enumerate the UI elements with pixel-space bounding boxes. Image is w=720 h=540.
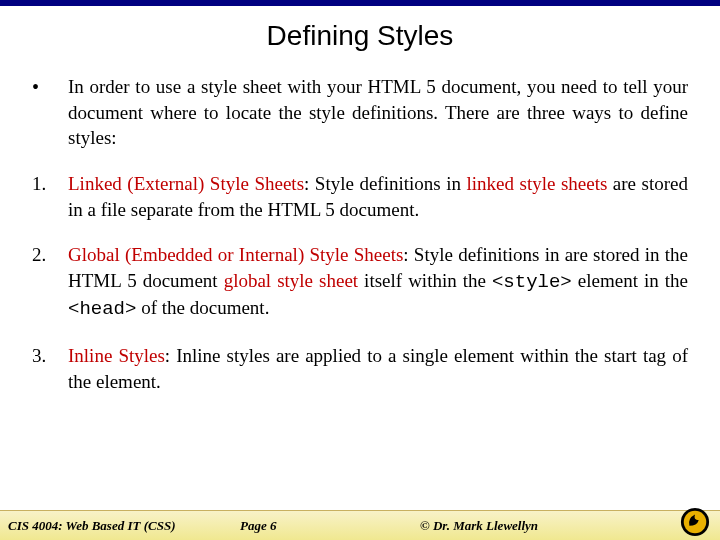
code: <style> xyxy=(492,271,572,293)
item-number: 2. xyxy=(32,242,68,323)
item-lead: Global (Embedded or Internal) Style Shee… xyxy=(68,244,403,265)
red-phrase: linked style sheets xyxy=(467,173,608,194)
top-border-bar xyxy=(0,0,720,6)
txt: itself within the xyxy=(358,270,492,291)
ucf-pegasus-logo-icon xyxy=(680,507,710,537)
item-lead: Linked (External) Style Sheets xyxy=(68,173,304,194)
intro-text: In order to use a style sheet with your … xyxy=(68,74,688,151)
list-item: 1. Linked (External) Style Sheets: Style… xyxy=(32,171,688,222)
slide-body: • In order to use a style sheet with you… xyxy=(0,74,720,394)
slide-footer: CIS 4004: Web Based IT (CSS) Page 6 © Dr… xyxy=(0,510,720,540)
txt: element in the xyxy=(572,270,688,291)
footer-author: © Dr. Mark Llewellyn xyxy=(420,518,720,534)
bullet-mark: • xyxy=(32,74,68,151)
txt: : Style definitions in xyxy=(304,173,466,194)
red-phrase: global style sheet xyxy=(224,270,358,291)
footer-course: CIS 4004: Web Based IT (CSS) xyxy=(0,518,240,534)
item-lead: Inline Styles xyxy=(68,345,165,366)
code: <head> xyxy=(68,298,136,320)
txt: of the document. xyxy=(136,297,269,318)
item-number: 3. xyxy=(32,343,68,394)
slide-title: Defining Styles xyxy=(0,20,720,52)
item-text: Inline Styles: Inline styles are applied… xyxy=(68,343,688,394)
item-number: 1. xyxy=(32,171,68,222)
item-text: Global (Embedded or Internal) Style Shee… xyxy=(68,242,688,323)
footer-page: Page 6 xyxy=(240,518,420,534)
item-text: Linked (External) Style Sheets: Style de… xyxy=(68,171,688,222)
intro-bullet: • In order to use a style sheet with you… xyxy=(32,74,688,151)
list-item: 2. Global (Embedded or Internal) Style S… xyxy=(32,242,688,323)
list-item: 3. Inline Styles: Inline styles are appl… xyxy=(32,343,688,394)
